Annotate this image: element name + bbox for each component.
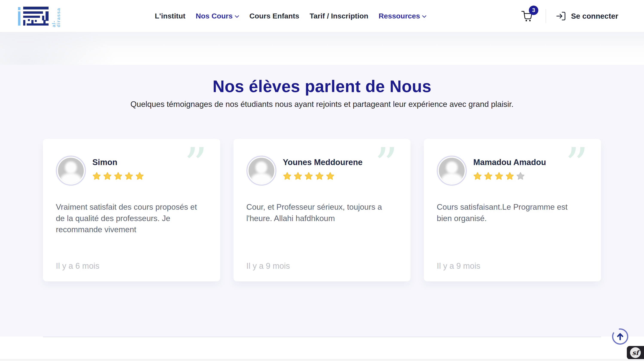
- reviewer-name: Younes Meddourene: [283, 158, 362, 167]
- nav-item-institut[interactable]: L'institut: [155, 12, 186, 20]
- testimonial-card: ” Younes Meddourene Cour, et Professeur …: [234, 139, 411, 281]
- header-divider: [546, 9, 546, 23]
- star-filled-icon: [103, 172, 112, 180]
- review-text: Cour, et Professeur sérieux, toujours a …: [246, 202, 392, 224]
- review-text: Vraiment satisfait des cours proposés et…: [56, 202, 201, 235]
- star-filled-icon: [294, 172, 302, 180]
- hero-bottom-band: [0, 32, 644, 65]
- person-silhouette-icon: [439, 158, 465, 184]
- person-silhouette-icon: [248, 158, 274, 184]
- testimonial-cards: ” Simon Vraiment satisfait des cours pro…: [43, 139, 601, 281]
- star-rating: [473, 172, 546, 180]
- logo[interactable]: al-dirassa: [18, 5, 61, 27]
- review-time-ago: Il y a 6 mois: [56, 261, 100, 271]
- avatar: [56, 156, 86, 186]
- star-filled-icon: [304, 172, 313, 180]
- card-identity: Younes Meddourene: [283, 156, 362, 186]
- card-header: Mamadou Amadou: [437, 156, 588, 186]
- chevron-down-icon: [422, 15, 426, 18]
- star-filled-icon: [124, 172, 133, 180]
- review-time-ago: Il y a 9 mois: [437, 261, 480, 271]
- nav-item-tarif-inscription[interactable]: Tarif / Inscription: [310, 12, 368, 20]
- header-actions: 3 Se connecter: [520, 9, 618, 23]
- cart-button[interactable]: 3: [520, 9, 534, 23]
- star-filled-icon: [114, 172, 122, 180]
- star-rating: [92, 172, 144, 180]
- page-bottom-strip: [0, 359, 644, 361]
- login-icon: [556, 10, 567, 22]
- card-header: Simon: [56, 156, 207, 186]
- star-filled-icon: [473, 172, 482, 180]
- nav-item-nos-cours[interactable]: Nos Cours: [196, 12, 239, 20]
- review-time-ago: Il y a 9 mois: [246, 261, 290, 271]
- header: al-dirassa L'institut Nos Cours Cours En…: [0, 0, 644, 32]
- star-filled-icon: [506, 172, 514, 180]
- cart-count-badge: 3: [529, 5, 538, 15]
- section-divider: [43, 337, 601, 337]
- testimonial-card: ” Simon Vraiment satisfait des cours pro…: [43, 139, 220, 281]
- star-filled-icon: [92, 172, 101, 180]
- scroll-to-top-button[interactable]: [611, 328, 629, 346]
- testimonials-section: Nos élèves parlent de Nous Quelques témo…: [0, 65, 644, 337]
- star-filled-icon: [495, 172, 503, 180]
- star-filled-icon: [283, 172, 292, 180]
- logo-wordmark: al-dirassa: [52, 5, 61, 27]
- login-label: Se connecter: [571, 12, 618, 20]
- star-rating: [283, 172, 362, 180]
- testimonial-card: ” Mamadou Amadou Cours satisfaisant.Le P…: [424, 139, 601, 281]
- card-header: Younes Meddourene: [246, 156, 398, 186]
- reviewer-name: Simon: [92, 158, 144, 167]
- avatar: [437, 156, 467, 186]
- section-title: Nos élèves parlent de Nous: [0, 77, 644, 96]
- nav-item-cours-enfants[interactable]: Cours Enfants: [250, 12, 299, 20]
- avatar: [246, 156, 276, 186]
- nav-item-ressources[interactable]: Ressources: [379, 12, 426, 20]
- star-empty-icon: [516, 172, 525, 180]
- login-button[interactable]: Se connecter: [556, 10, 618, 22]
- star-filled-icon: [135, 172, 144, 180]
- symfony-logo-icon: sf: [630, 347, 641, 358]
- reviewer-name: Mamadou Amadou: [473, 158, 546, 167]
- main-nav: L'institut Nos Cours Cours Enfants Tarif…: [61, 12, 520, 20]
- symfony-toolbar-badge[interactable]: sf: [627, 346, 644, 359]
- card-identity: Mamadou Amadou: [473, 156, 546, 186]
- star-filled-icon: [326, 172, 334, 180]
- review-text: Cours satisfaisant.Le Programme est bien…: [437, 202, 582, 224]
- chevron-down-icon: [235, 15, 239, 18]
- star-filled-icon: [315, 172, 324, 180]
- arrow-up-icon: [611, 328, 629, 346]
- person-silhouette-icon: [58, 158, 84, 184]
- star-filled-icon: [484, 172, 492, 180]
- card-identity: Simon: [92, 156, 144, 186]
- section-subtitle: Quelques témoignages de nos étudiants no…: [0, 100, 644, 109]
- logo-kufic-icon: [18, 5, 51, 27]
